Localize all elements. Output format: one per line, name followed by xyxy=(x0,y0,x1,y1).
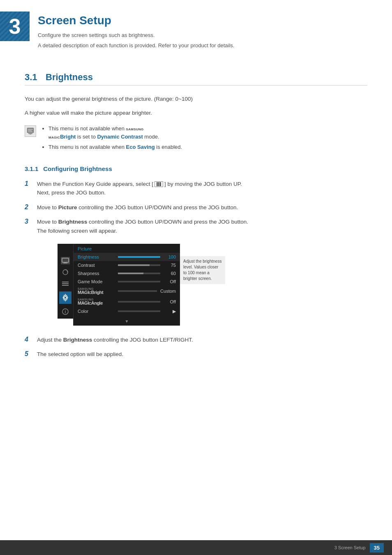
step-number-1: 1 xyxy=(25,180,32,187)
osd-hint-panel: Adjust the brightness level. Values clos… xyxy=(180,256,225,284)
footer-chapter-label: 3 Screen Setup xyxy=(334,545,366,550)
osd-bar-brightness xyxy=(118,256,160,258)
step-2-bold: Picture xyxy=(58,204,77,210)
svg-rect-1 xyxy=(28,133,32,134)
svg-rect-6 xyxy=(62,258,69,262)
osd-icon-rotation xyxy=(61,268,70,276)
note-item-1: This menu is not available when SAMSUNGM… xyxy=(48,125,182,141)
section-heading: 3.1 Brightness xyxy=(25,72,367,86)
osd-value-contrast: 75 xyxy=(164,263,176,268)
section-number: 3.1 xyxy=(25,72,39,83)
step-2: 2 Move to Picture controlling the JOG bu… xyxy=(25,203,367,212)
osd-section-label: Picture xyxy=(74,244,180,253)
osd-label-color: Color xyxy=(78,309,115,314)
svg-rect-3 xyxy=(28,129,33,130)
step-3: 3 Move to Brightness controlling the JOG… xyxy=(25,217,367,235)
chapter-desc-2: A detailed description of each function … xyxy=(38,42,234,50)
steps-list: 1 When the Function Key Guide appears, s… xyxy=(25,180,367,236)
step-content-5: The selected option will be applied. xyxy=(37,350,123,359)
osd-main-panel: Picture Brightness 100 Contrast 75 Sharp… xyxy=(73,244,180,326)
step-3-bold: Brightness xyxy=(58,219,88,225)
osd-row-magicangle: SAMSUNG MAGICAngle Off xyxy=(74,296,180,307)
subsection-title: Configuring Brightness xyxy=(43,165,112,172)
step-1: 1 When the Function Key Guide appears, s… xyxy=(25,180,367,197)
osd-row-gamemode: Game Mode Off xyxy=(74,278,180,286)
osd-bar-sharpness xyxy=(118,273,160,274)
note-block: This menu is not available when SAMSUNGM… xyxy=(25,125,367,154)
step-content-3: Move to Brightness controlling the JOG b… xyxy=(37,217,248,235)
osd-label-brightness: Brightness xyxy=(78,254,115,259)
osd-row-brightness: Brightness 100 xyxy=(74,253,180,261)
osd-value-magicangle: Off xyxy=(164,299,176,304)
subsection-heading: 3.1.1 Configuring Brightness xyxy=(25,165,367,172)
step-content-2: Move to Picture controlling the JOG butt… xyxy=(37,203,238,212)
svg-rect-12 xyxy=(62,283,69,284)
steps-list-continued: 4 Adjust the Brightness controlling the … xyxy=(25,335,367,359)
svg-rect-7 xyxy=(64,262,67,263)
osd-bar-contrast xyxy=(118,264,160,266)
osd-icon-info: i xyxy=(61,308,70,315)
note-item-2: This menu is not available when Eco Savi… xyxy=(48,143,182,151)
chapter-title-block: Screen Setup Configure the screen settin… xyxy=(38,12,234,51)
osd-value-sharpness: 60 xyxy=(164,271,176,276)
osd-row-sharpness: Sharpness 60 xyxy=(74,269,180,278)
osd-value-gamemode: Off xyxy=(164,279,176,284)
section-intro-2: A higher value will make the picture app… xyxy=(25,109,367,118)
note-icon xyxy=(25,125,36,137)
osd-value-magicbright: Custom xyxy=(160,289,176,294)
chapter-number: 3 xyxy=(9,16,21,37)
footer-page-number: 35 xyxy=(370,543,384,553)
chapter-number-box: 3 xyxy=(0,12,30,41)
chapter-desc-1: Configure the screen settings such as br… xyxy=(38,31,234,39)
osd-label-magicbright: SAMSUNG MAGICBright xyxy=(78,287,115,295)
osd-magic-label-angle: SAMSUNG MAGICAngle xyxy=(78,298,115,305)
step-5: 5 The selected option will be applied. xyxy=(25,350,367,359)
osd-label-sharpness: Sharpness xyxy=(78,271,115,276)
osd-value-color: ▶ xyxy=(164,309,176,314)
step-number-2: 2 xyxy=(25,204,32,211)
osd-icon-lines xyxy=(61,280,70,287)
osd-value-brightness: 100 xyxy=(164,254,176,259)
step-content-1: When the Function Key Guide appears, sel… xyxy=(37,180,242,197)
page-footer: 3 Screen Setup 35 xyxy=(0,540,392,555)
inline-menu-icon xyxy=(154,181,163,187)
svg-rect-2 xyxy=(30,134,31,134)
osd-magic-label-bright: SAMSUNG MAGICBright xyxy=(78,287,115,295)
osd-sidebar: i xyxy=(58,244,73,319)
svg-rect-13 xyxy=(62,285,69,286)
osd-label-contrast: Contrast xyxy=(78,263,115,268)
eco-saving-link[interactable]: Eco Saving xyxy=(126,144,155,150)
osd-bar-gamemode xyxy=(118,281,160,282)
svg-text:i: i xyxy=(65,310,66,314)
svg-rect-11 xyxy=(62,282,69,282)
osd-row-contrast: Contrast 75 xyxy=(74,261,180,269)
subsection-number: 3.1.1 xyxy=(25,165,38,172)
main-content: 3.1 Brightness You can adjust the genera… xyxy=(0,72,392,398)
osd-label-gamemode: Game Mode xyxy=(78,279,115,284)
svg-rect-8 xyxy=(63,263,67,263)
osd-icon-monitor xyxy=(61,257,70,264)
step-number-5: 5 xyxy=(25,350,32,358)
svg-marker-10 xyxy=(67,271,68,272)
osd-scroll-indicator: ▼ xyxy=(74,316,180,326)
step-number-4: 4 xyxy=(25,336,32,343)
magic-bright-link[interactable]: Bright xyxy=(60,134,76,140)
step-number-3: 3 xyxy=(25,218,32,225)
svg-point-14 xyxy=(64,296,67,299)
chapter-title: Screen Setup xyxy=(38,14,234,27)
osd-row-color: Color ▶ xyxy=(74,307,180,316)
dynamic-contrast-link[interactable]: Dynamic Contrast xyxy=(97,134,143,140)
section-title: Brightness xyxy=(46,72,93,83)
osd-row-magicbright: SAMSUNG MAGICBright Custom xyxy=(74,286,180,296)
osd-label-magicangle: SAMSUNG MAGICAngle xyxy=(78,298,115,305)
step-4-bold: Brightness xyxy=(63,337,92,343)
step-content-4: Adjust the Brightness controlling the JO… xyxy=(37,335,193,345)
chapter-header: 3 Screen Setup Configure the screen sett… xyxy=(0,0,392,60)
osd-bar-magicbright xyxy=(118,290,157,292)
osd-bar-color xyxy=(118,310,160,312)
osd-icon-gear xyxy=(59,291,71,304)
section-intro-1: You can adjust the general brightness of… xyxy=(25,95,367,104)
osd-bar-magicangle xyxy=(118,301,160,303)
note-list: This menu is not available when SAMSUNGM… xyxy=(40,125,182,154)
svg-rect-4 xyxy=(28,130,32,131)
